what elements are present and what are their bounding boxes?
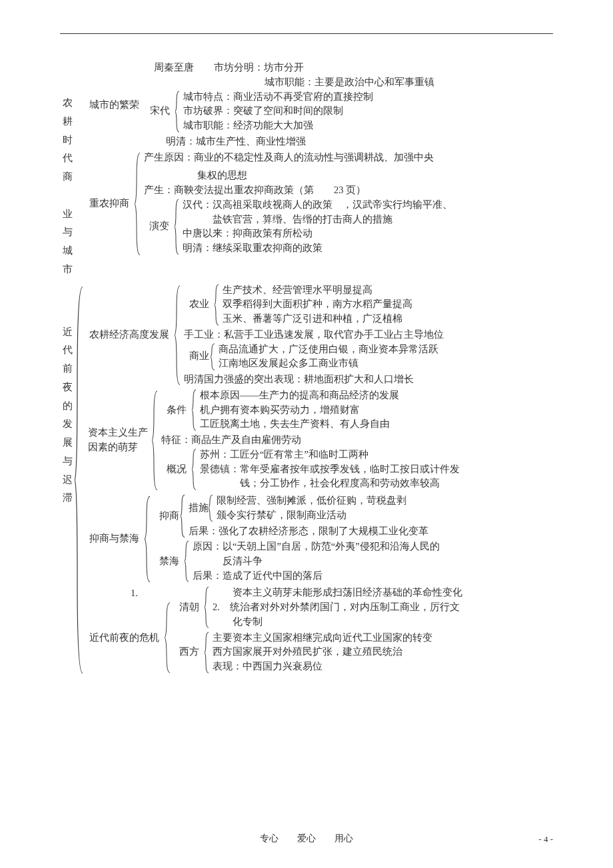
label-cuoshi: 措施 <box>189 501 209 516</box>
vlabel-nonggeng-shangye: 农 耕 时 代 商 业 与 城 市 <box>60 94 75 279</box>
row-yishang-jinhai: 抑商与禁海 抑商 措施 <box>84 494 553 585</box>
brace-icon <box>175 90 181 133</box>
text-zhou-tang-1: 周秦至唐 市坊分明：坊市分开 <box>145 61 434 75</box>
text-mingqing-city: 明清：城市生产性、商业性增强 <box>145 135 434 149</box>
text-song-2: 市坊破界：突破了空间和时间的限制 <box>183 104 373 119</box>
text-song-3: 城市职能：经济功能大大加强 <box>183 119 373 133</box>
brace-icon <box>165 600 171 675</box>
text-tiaojian-2: 机户拥有资本购买劳动力，增殖财富 <box>200 403 399 418</box>
text-cuoshi-1: 限制经营、强制摊派，低价征购，苛税盘剥 <box>217 494 406 508</box>
label-yanbian: 演变 <box>144 219 175 234</box>
text-tiaojian-3: 工匠脱离土地，失去生产资料、有人身自由 <box>200 417 399 432</box>
brace-icon <box>181 494 186 538</box>
text-nongye-2: 双季稻得到大面积扩种，南方水稻产量提高 <box>223 297 412 312</box>
brace-icon <box>211 342 216 372</box>
text-origin-2: 集权的思想 <box>144 169 452 183</box>
text-shangye-2: 江南地区发展起众多工商业市镇 <box>219 356 438 371</box>
label-nonggjingji: 农耕经济高度发展 <box>84 328 175 342</box>
text-shougongye: 手工业：私营手工业迅速发展，取代官办手工业占主导地位 <box>184 328 444 342</box>
brace-icon <box>75 283 84 677</box>
brace-icon <box>205 631 210 674</box>
brace-icon <box>192 448 197 491</box>
text-yishang-houguo: 后果：强化了农耕经济形态，限制了大规模工业化变革 <box>189 524 428 539</box>
text-shangye-1: 商品流通扩大，广泛使用白银，商业资本异常活跃 <box>219 342 438 357</box>
row-ziben-mengya: 资本主义生产 因素的萌芽 条件 根本原因——生产力的提高和商品经济的发展 机户拥… <box>84 388 553 492</box>
text-song-1: 城市特点：商业活动不再受官府的直接控制 <box>183 90 373 105</box>
brace-icon <box>145 494 151 585</box>
text-jinhai-3: 后果：造成了近代中国的落后 <box>193 569 440 584</box>
text-chansheng: 产生：商鞅变法提出重农抑商政策（第 23 页） <box>144 183 452 198</box>
text-qingchao-3: 化专制 <box>213 615 462 630</box>
text-jinhai-1: 原因：以“天朝上国”自居，防范“外夷”侵犯和沿海人民的 <box>193 540 440 554</box>
label-ziben-l1: 资本主义生产 <box>88 426 148 440</box>
row-weiji: 近代前夜的危机 清朝 资本主义萌芽未能形成扫荡旧经济基础的革命性变化 2. 统治… <box>84 600 553 675</box>
brace-icon <box>215 283 220 326</box>
brace-icon <box>175 198 180 256</box>
footer-motto: 专心 爱心 用心 <box>0 831 613 845</box>
section-modern-eve: 近 代 前 夜 的 发 展 与 迟 滞 农耕经济高度发展 农业 <box>60 283 553 677</box>
diagram: 农 耕 时 代 商 业 与 城 市 城市的繁荣 周秦至唐 市坊分明：坊市分开 城… <box>60 61 553 677</box>
label-yishang: 抑商 <box>154 509 181 524</box>
label-weiji: 近代前夜的危机 <box>84 631 165 646</box>
text-nongye-3: 玉米、番薯等广泛引进和种植，广泛植棉 <box>223 312 412 326</box>
text-mingqing-power: 明清国力强盛的突出表现：耕地面积扩大和人口增长 <box>184 372 444 387</box>
text-xifang-3: 表现：中西国力兴衰易位 <box>213 659 432 674</box>
text-yanbian-3: 中唐以来：抑商政策有所松动 <box>183 226 452 241</box>
brace-icon <box>175 283 181 387</box>
text-xifang-1: 主要资本主义国家相继完成向近代工业国家的转变 <box>213 631 432 646</box>
text-yanbian-4: 明清：继续采取重农抑商的政策 <box>183 241 452 256</box>
row-zhongnong-yishang: 重农抑商 产生原因：商业的不稳定性及商人的流动性与强调耕战、加强中央 集权的思想… <box>75 151 553 257</box>
text-tiaojian-1: 根本原因——生产力的提高和商品经济的发展 <box>200 388 399 403</box>
label-yishang-jinhai: 抑商与禁海 <box>84 532 145 546</box>
text-gaikuang-3: 钱；分工协作，社会化程度高和劳动效率较高 <box>200 476 460 491</box>
text-nongye-1: 生产技术、经营管理水平明显提高 <box>223 283 412 298</box>
text-gaikuang-2: 景德镇：常年受雇者按年或按季发钱，临时工按日或计件发 <box>200 462 460 477</box>
label-zhongnong-yishang: 重农抑商 <box>84 197 135 211</box>
label-city-prosperity: 城市的繁荣 <box>84 61 145 113</box>
label-gaikuang: 概况 <box>161 462 192 477</box>
text-cuoshi-2: 颁令实行禁矿，限制商业活动 <box>217 508 406 523</box>
brace-icon <box>185 540 190 583</box>
brace-icon <box>192 388 197 432</box>
text-xifang-2: 西方国家展开对外殖民扩张，建立殖民统治 <box>213 645 432 659</box>
text-yanbian-2: 盐铁官营，算缗、告缗的打击商人的措施 <box>183 213 452 227</box>
text-jinhai-2: 反清斗争 <box>193 554 440 569</box>
label-qingchao: 清朝 <box>174 600 205 615</box>
label-songdai: 宋代 <box>145 104 175 119</box>
page-number: - 4 - <box>538 833 553 846</box>
label-ziben-l2: 因素的萌芽 <box>88 440 148 455</box>
text-yanbian-1: 汉代：汉高祖采取歧视商人的政策 ，汉武帝实行均输平准、 <box>183 198 452 213</box>
top-rule <box>60 33 553 34</box>
text-zhou-tang-2: 城市职能：主要是政治中心和军事重镇 <box>145 75 434 90</box>
vlabel-jindai-qianye: 近 代 前 夜 的 发 展 与 迟 滞 <box>60 323 75 508</box>
text-qingchao-1: 资本主义萌芽未能形成扫荡旧经济基础的革命性变化 <box>213 586 462 600</box>
text-gaikuang-1: 苏州：工匠分“匠有常主”和临时工两种 <box>200 448 460 462</box>
brace-icon <box>152 388 159 492</box>
row-nonggjingji: 农耕经济高度发展 农业 生产技术、经营管理水平明显提高 双季稻得到大面积扩种，南… <box>84 283 553 387</box>
brace-icon <box>135 151 141 257</box>
label-xifang: 西方 <box>174 645 205 659</box>
brace-icon <box>209 494 214 523</box>
label-shangye: 商业 <box>184 349 211 364</box>
label-tiaojian: 条件 <box>161 403 192 418</box>
brace-icon <box>205 586 210 629</box>
text-qingchao-2: 2. 统治者对外对外禁闭国门，对内压制工商业，厉行文 <box>213 600 462 615</box>
text-tezheng: 特征：商品生产及自由雇佣劳动 <box>161 433 460 448</box>
section-commerce-and-city: 农 耕 时 代 商 业 与 城 市 城市的繁荣 周秦至唐 市坊分明：坊市分开 城… <box>60 61 553 279</box>
label-jinhai: 禁海 <box>154 554 185 569</box>
row-city-prosperity: 城市的繁荣 周秦至唐 市坊分明：坊市分开 城市职能：主要是政治中心和军事重镇 宋… <box>75 61 553 149</box>
text-origin-1: 产生原因：商业的不稳定性及商人的流动性与强调耕战、加强中央 <box>144 151 452 165</box>
label-nongye: 农业 <box>184 297 215 312</box>
